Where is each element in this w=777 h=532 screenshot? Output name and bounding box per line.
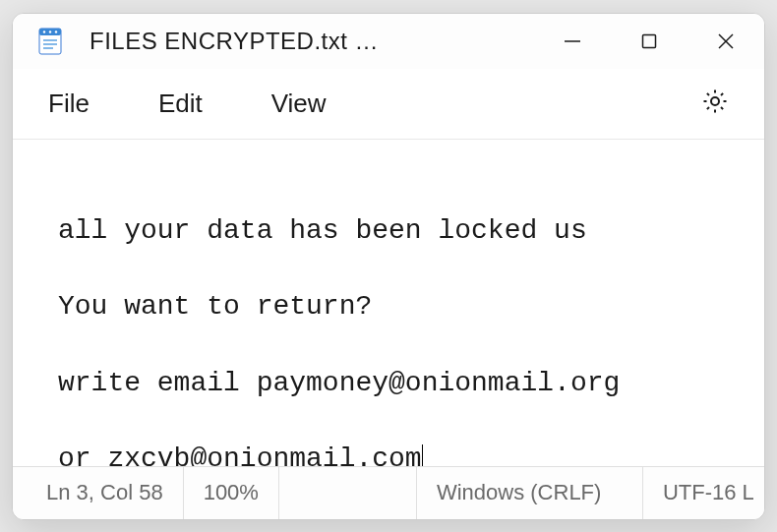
maximize-button[interactable] — [611, 14, 687, 69]
gear-icon — [700, 87, 730, 120]
close-button[interactable] — [687, 14, 764, 69]
notepad-window: FILES ENCRYPTED.txt … File Edit View — [12, 13, 765, 520]
editor-content[interactable]: all your data has been locked us You wan… — [13, 140, 764, 466]
text-line: write email paymoney@onionmail.org — [58, 365, 764, 403]
menu-view[interactable]: View — [271, 89, 327, 119]
text-line: all your data has been locked us — [58, 212, 764, 251]
status-zoom[interactable]: 100% — [184, 467, 279, 519]
minimize-button[interactable] — [534, 14, 611, 69]
status-spacer — [279, 467, 417, 519]
text-line: You want to return? — [58, 288, 764, 326]
settings-button[interactable] — [695, 84, 735, 123]
menubar: File Edit View — [13, 69, 764, 140]
svg-point-12 — [711, 97, 719, 105]
svg-rect-9 — [643, 34, 656, 47]
svg-point-2 — [43, 30, 45, 32]
titlebar[interactable]: FILES ENCRYPTED.txt … — [13, 14, 764, 69]
status-line-ending: Windows (CRLF) — [417, 467, 643, 519]
menu-edit[interactable]: Edit — [158, 89, 203, 119]
status-cursor-position: Ln 3, Col 58 — [13, 467, 184, 519]
statusbar: Ln 3, Col 58 100% Windows (CRLF) UTF-16 … — [13, 466, 764, 519]
svg-point-4 — [55, 30, 57, 32]
svg-point-3 — [49, 30, 51, 32]
notepad-icon — [34, 26, 66, 57]
menu-file[interactable]: File — [48, 89, 90, 119]
window-controls — [534, 14, 764, 69]
status-encoding: UTF-16 L — [643, 467, 765, 519]
window-title: FILES ENCRYPTED.txt … — [90, 28, 379, 55]
text-line: or zxcvb@onionmail.com — [58, 441, 764, 466]
